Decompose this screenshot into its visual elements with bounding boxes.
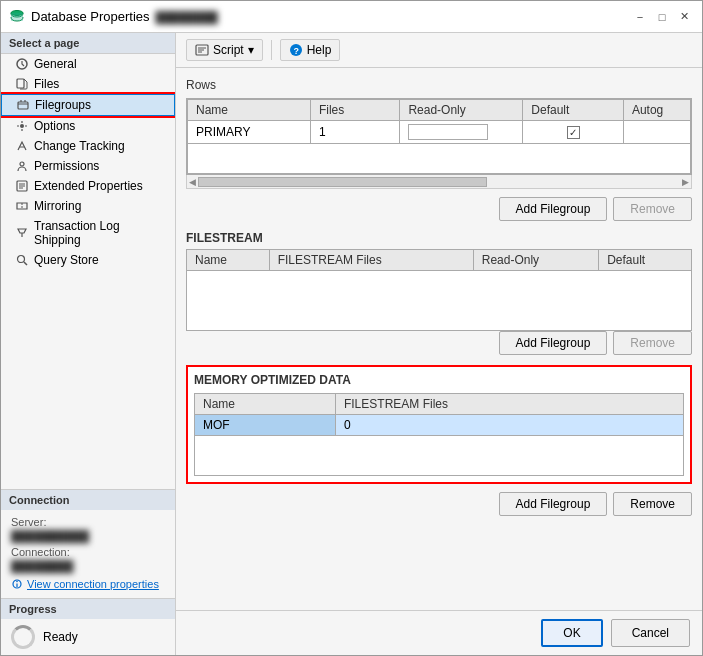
select-page-header: Select a page [1, 33, 175, 54]
connection-value: ████████ [11, 560, 165, 572]
default-checkbox[interactable] [567, 126, 580, 139]
progress-details: Ready [1, 619, 175, 655]
mem-col-name: Name [195, 394, 336, 415]
view-connection-link[interactable]: View connection properties [11, 576, 165, 592]
help-icon: ? [289, 43, 303, 57]
filegroups-icon [16, 98, 30, 112]
svg-text:?: ? [293, 46, 299, 56]
filestream-btn-group: Add Filegroup Remove [186, 331, 692, 355]
script-icon [195, 43, 209, 57]
memory-table: Name FILESTREAM Files MOF 0 [194, 393, 684, 476]
mem-name-cell: MOF [195, 415, 336, 436]
server-name-blurred: ██████████ [11, 530, 89, 542]
change-tracking-icon [15, 139, 29, 153]
title-bar-left: Database Properties ████████ [9, 9, 218, 25]
main-window: Database Properties ████████ − □ ✕ Selec… [0, 0, 703, 656]
rows-header: Rows [186, 78, 692, 92]
svg-rect-4 [17, 79, 24, 88]
script-dropdown-arrow: ▾ [248, 43, 254, 57]
transaction-log-icon [15, 226, 29, 240]
rows-btn-group: Add Filegroup Remove [186, 197, 692, 221]
svg-point-9 [18, 256, 25, 263]
svg-point-11 [16, 581, 18, 583]
rows-col-autog: Autog [623, 100, 690, 121]
memory-add-filegroup-button[interactable]: Add Filegroup [499, 492, 608, 516]
sidebar-item-options[interactable]: Options [1, 116, 175, 136]
connection-section-header: Connection [1, 489, 175, 510]
rows-col-readonly: Read-Only [400, 100, 523, 121]
title-bar: Database Properties ████████ − □ ✕ [1, 1, 702, 33]
sidebar-item-files[interactable]: Files [1, 74, 175, 94]
sidebar-item-extended-properties[interactable]: Extended Properties [1, 176, 175, 196]
filestream-section: FILESTREAM Name FILESTREAM Files Read-On… [186, 231, 692, 355]
rows-default-cell [523, 121, 624, 144]
main-content: Select a page General Files [1, 33, 702, 655]
svg-rect-5 [18, 102, 28, 109]
sidebar-item-filegroups[interactable]: Filegroups [1, 94, 175, 116]
sidebar-item-mirroring-label: Mirroring [34, 199, 81, 213]
fs-col-name: Name [187, 250, 270, 271]
rows-add-filegroup-button[interactable]: Add Filegroup [499, 197, 608, 221]
memory-section: MEMORY OPTIMIZED DATA Name FILESTREAM Fi… [186, 365, 692, 484]
sidebar-nav: General Files Filegroups [1, 54, 175, 489]
rows-col-files: Files [310, 100, 399, 121]
content-area: Rows Name Files Read-Only Default Autog [176, 68, 702, 610]
sidebar-item-change-tracking[interactable]: Change Tracking [1, 136, 175, 156]
sidebar-item-filegroups-label: Filegroups [35, 98, 91, 112]
sidebar: Select a page General Files [1, 33, 176, 655]
mem-files-cell: 0 [335, 415, 683, 436]
help-label: Help [307, 43, 332, 57]
fs-col-default: Default [599, 250, 692, 271]
script-button[interactable]: Script ▾ [186, 39, 263, 61]
rows-table: Name Files Read-Only Default Autog PRIMA… [187, 99, 691, 174]
progress-status: Ready [43, 630, 78, 644]
memory-btn-group: Add Filegroup Remove [186, 492, 692, 516]
memory-remove-button[interactable]: Remove [613, 492, 692, 516]
sidebar-item-mirroring[interactable]: Mirroring [1, 196, 175, 216]
help-button[interactable]: ? Help [280, 39, 341, 61]
server-name-title: ████████ [156, 11, 218, 23]
svg-point-7 [20, 162, 24, 166]
rows-col-default: Default [523, 100, 624, 121]
minimize-button[interactable]: − [630, 7, 650, 27]
rows-col-name: Name [188, 100, 311, 121]
window-controls: − □ ✕ [630, 7, 694, 27]
close-button[interactable]: ✕ [674, 7, 694, 27]
rows-remove-button[interactable]: Remove [613, 197, 692, 221]
rows-table-row[interactable]: PRIMARY 1 [188, 121, 691, 144]
svg-point-6 [20, 124, 24, 128]
view-connection-label: View connection properties [27, 578, 159, 590]
database-icon [9, 9, 25, 25]
filestream-remove-button[interactable]: Remove [613, 331, 692, 355]
fs-col-readonly: Read-Only [473, 250, 598, 271]
memory-table-row[interactable]: MOF 0 [195, 415, 684, 436]
progress-spinner [11, 625, 35, 649]
mem-col-files: FILESTREAM Files [335, 394, 683, 415]
rows-section: Rows Name Files Read-Only Default Autog [186, 78, 692, 221]
sidebar-item-transaction-log-shipping[interactable]: Transaction Log Shipping [1, 216, 175, 250]
maximize-button[interactable]: □ [652, 7, 672, 27]
mirroring-icon [15, 199, 29, 213]
script-label: Script [213, 43, 244, 57]
query-store-icon [15, 253, 29, 267]
sidebar-item-query-store[interactable]: Query Store [1, 250, 175, 270]
svg-rect-2 [11, 17, 23, 21]
rows-readonly-cell [400, 121, 523, 144]
main-panel: Script ▾ ? Help Rows [176, 33, 702, 655]
general-icon [15, 57, 29, 71]
ok-button[interactable]: OK [541, 619, 602, 647]
sidebar-item-change-tracking-label: Change Tracking [34, 139, 125, 153]
sidebar-item-general-label: General [34, 57, 77, 71]
filestream-header: FILESTREAM [186, 231, 692, 245]
sidebar-item-general[interactable]: General [1, 54, 175, 74]
permissions-icon [15, 159, 29, 173]
connection-label: Connection: [11, 546, 165, 558]
connection-details: Server: ██████████ Connection: ████████ … [1, 510, 175, 598]
sidebar-item-query-store-label: Query Store [34, 253, 99, 267]
footer: OK Cancel [176, 610, 702, 655]
cancel-button[interactable]: Cancel [611, 619, 690, 647]
filestream-add-filegroup-button[interactable]: Add Filegroup [499, 331, 608, 355]
rows-name-cell: PRIMARY [188, 121, 311, 144]
sidebar-item-permissions[interactable]: Permissions [1, 156, 175, 176]
toolbar: Script ▾ ? Help [176, 33, 702, 68]
